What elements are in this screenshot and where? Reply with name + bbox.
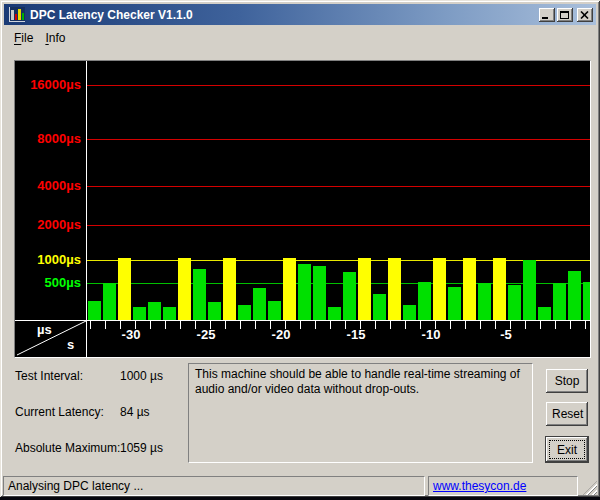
axis-diagonal-line — [15, 61, 95, 357]
latency-chart: µs s 16000µs8000µs4000µs2000µs1000µs500µ… — [15, 61, 590, 357]
x-axis-label: -25 — [184, 327, 228, 342]
y-gridline — [87, 225, 590, 226]
window-controls — [539, 8, 593, 22]
test-interval-label: Test Interval: — [15, 369, 83, 383]
x-tick — [90, 321, 91, 329]
status-link-panel: www.thesycon.de — [428, 476, 578, 496]
latency-bar — [133, 307, 146, 320]
minimize-icon — [542, 17, 548, 19]
y-gridline — [87, 186, 590, 187]
latency-bar — [238, 305, 251, 320]
latency-bar — [523, 260, 536, 320]
menu-item-info[interactable]: Info — [45, 31, 65, 45]
latency-bar — [148, 302, 161, 320]
close-button[interactable] — [577, 8, 593, 22]
latency-bar — [583, 282, 590, 320]
absolute-maximum-label: Absolute Maximum: — [15, 441, 120, 455]
y-gridline — [87, 283, 590, 284]
x-tick — [240, 321, 241, 329]
y-axis-label: 1000µs — [15, 252, 81, 268]
latency-bar — [553, 283, 566, 320]
latency-bar — [388, 258, 401, 320]
menu-bar: File Info — [4, 27, 596, 49]
x-tick — [165, 321, 166, 329]
y-axis-label: 500µs — [15, 275, 81, 291]
latency-bar — [538, 307, 551, 320]
status-message: Analysing DPC latency ... — [3, 476, 425, 496]
stop-button[interactable]: Stop — [546, 369, 588, 393]
latency-bar — [358, 258, 371, 320]
x-tick — [585, 321, 586, 329]
latency-bar — [433, 258, 446, 320]
thesycon-link[interactable]: www.thesycon.de — [433, 479, 526, 493]
latency-bar — [268, 301, 281, 320]
latency-bar — [508, 285, 521, 320]
latency-bar — [568, 271, 581, 320]
x-tick — [105, 321, 106, 329]
y-axis-label: 2000µs — [15, 217, 81, 233]
latency-bar — [178, 258, 191, 320]
menu-item-file[interactable]: File — [14, 31, 33, 45]
test-interval-value: 1000 µs — [120, 369, 163, 383]
absolute-maximum-value: 1059 µs — [120, 441, 163, 455]
x-tick — [480, 321, 481, 329]
latency-bar — [403, 305, 416, 320]
x-axis-label: -20 — [259, 327, 303, 342]
latency-bar — [118, 258, 131, 320]
x-axis-label: -15 — [334, 327, 378, 342]
latency-bar — [478, 283, 491, 320]
title-bar: DPC Latency Checker V1.1.0 — [4, 4, 596, 25]
y-axis-label: 16000µs — [15, 77, 81, 93]
latency-bar — [208, 302, 221, 320]
reset-button[interactable]: Reset — [546, 402, 588, 426]
minimize-button[interactable] — [539, 8, 555, 22]
x-unit-label: s — [67, 337, 74, 352]
x-tick — [180, 321, 181, 329]
icon-bar-gray — [11, 10, 14, 20]
x-tick — [330, 321, 331, 329]
current-latency-value: 84 µs — [120, 405, 150, 419]
x-tick — [555, 321, 556, 329]
x-axis-label: -30 — [109, 327, 153, 342]
latency-bar — [313, 266, 326, 320]
y-gridline — [87, 85, 590, 86]
latency-bar — [223, 258, 236, 320]
app-window: DPC Latency Checker V1.1.0 File Info — [0, 0, 600, 497]
close-icon — [580, 11, 589, 19]
latency-bar — [493, 258, 506, 320]
app-icon — [9, 7, 25, 22]
latency-bar — [163, 307, 176, 320]
icon-bar-red — [15, 14, 18, 20]
current-latency-label: Current Latency: — [15, 405, 104, 419]
icon-bar-green — [22, 13, 25, 20]
x-tick — [570, 321, 571, 329]
latency-bar — [343, 272, 356, 320]
latency-bar — [373, 294, 386, 320]
exit-button[interactable]: Exit — [546, 437, 588, 462]
latency-bar — [448, 287, 461, 320]
latency-chart-frame: µs s 16000µs8000µs4000µs2000µs1000µs500µ… — [14, 60, 591, 358]
x-tick — [315, 321, 316, 329]
x-axis-label: -10 — [409, 327, 453, 342]
x-tick — [390, 321, 391, 329]
resize-grip[interactable] — [583, 481, 597, 495]
y-unit-label: µs — [37, 322, 52, 337]
latency-bar — [283, 258, 296, 320]
maximize-button[interactable] — [557, 8, 573, 22]
latency-bar — [298, 264, 311, 320]
x-tick — [405, 321, 406, 329]
latency-bar — [193, 269, 206, 320]
x-tick — [540, 321, 541, 329]
analysis-message-box: This machine should be able to handle re… — [188, 363, 533, 463]
window-title: DPC Latency Checker V1.1.0 — [30, 8, 539, 22]
x-tick — [465, 321, 466, 329]
x-axis-baseline — [15, 320, 590, 321]
latency-bar — [328, 307, 341, 320]
latency-bar — [88, 301, 101, 320]
latency-bar — [463, 258, 476, 320]
y-gridline — [87, 139, 590, 140]
latency-bar — [253, 288, 266, 320]
y-axis-label: 4000µs — [15, 178, 81, 194]
y-axis-label: 8000µs — [15, 131, 81, 147]
latency-bar — [418, 282, 431, 320]
